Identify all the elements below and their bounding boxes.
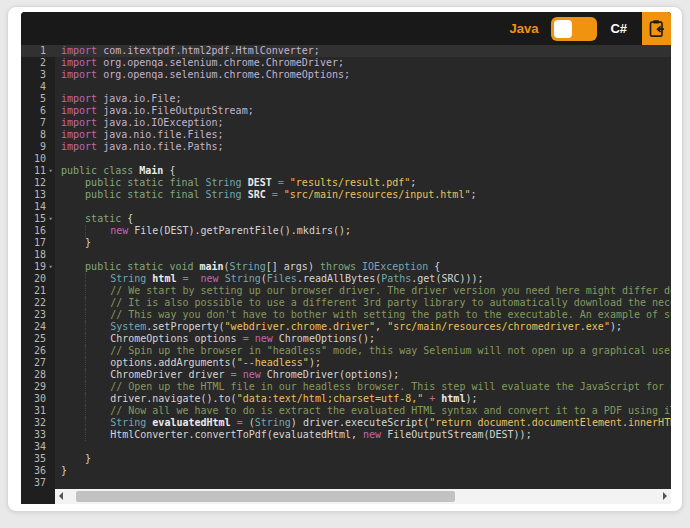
code-line: 24 System.setProperty("webdriver.chrome.…: [21, 321, 671, 333]
gutter-footer: [21, 489, 55, 504]
line-number-gutter: 8: [21, 129, 55, 141]
code-line: 6import java.io.FileOutputStream;: [21, 105, 671, 117]
code-line: 7import java.io.IOException;: [21, 117, 671, 129]
toggle-knob: [554, 20, 572, 38]
code-line: 34: [21, 441, 671, 453]
code-line: 19▾ public static void main(String[] arg…: [21, 261, 671, 273]
clipboard-copy-icon: [648, 19, 665, 38]
code-line: 21 // We start by setting up our browser…: [21, 285, 671, 297]
code-line: 20 String html = new String(Files.readAl…: [21, 273, 671, 285]
code-line: 16 new File(DEST).getParentFile().mkdirs…: [21, 225, 671, 237]
code-line: 1import com.itextpdf.html2pdf.HtmlConver…: [21, 45, 671, 57]
page: { "header": { "java_label": "Java", "csh…: [0, 0, 690, 528]
code-header-bar: Java C#: [21, 12, 671, 45]
code-line: 30 driver.navigate().to("data:text/html;…: [21, 393, 671, 405]
fold-arrow-icon[interactable]: ▾: [46, 165, 55, 177]
horizontal-scrollbar: [21, 489, 671, 504]
csharp-label[interactable]: C#: [610, 21, 627, 36]
code-line: 22 // It is also possible to use a diffe…: [21, 297, 671, 309]
line-number-gutter: 16: [21, 225, 55, 237]
line-number-gutter: 37: [21, 477, 55, 489]
line-number-gutter: 15▾: [21, 213, 55, 225]
line-number-gutter: 21: [21, 285, 55, 297]
line-number-gutter: 19▾: [21, 261, 55, 273]
code-line: 3import org.openqa.selenium.chrome.Chrom…: [21, 69, 671, 81]
line-number-gutter: 20: [21, 273, 55, 285]
line-number-gutter: 24: [21, 321, 55, 333]
line-number-gutter: 1: [21, 45, 55, 57]
language-toggle[interactable]: [551, 17, 597, 41]
scrollbar-right-arrow-icon[interactable]: [663, 492, 667, 500]
scrollbar-thumb[interactable]: [76, 491, 455, 502]
code-line: 27 options.addArguments("--headless");: [21, 357, 671, 369]
code-line: 36}: [21, 465, 671, 477]
line-number-gutter: 3: [21, 69, 55, 81]
line-number-gutter: 35: [21, 453, 55, 465]
java-label[interactable]: Java: [509, 21, 538, 36]
code-line: 10: [21, 153, 671, 165]
line-number-gutter: 36: [21, 465, 55, 477]
code-line: 37: [21, 477, 671, 489]
code-line: 18: [21, 249, 671, 261]
line-number-gutter: 31: [21, 405, 55, 417]
code-line: 25 ChromeOptions options = new ChromeOpt…: [21, 333, 671, 345]
line-number-gutter: 5: [21, 93, 55, 105]
code-line: 15▾ static {: [21, 213, 671, 225]
line-number-gutter: 27: [21, 357, 55, 369]
code-line: 13 public static final String SRC = "src…: [21, 189, 671, 201]
code-line: 17 }: [21, 237, 671, 249]
fold-arrow-icon[interactable]: ▾: [46, 261, 55, 273]
line-number-gutter: 14: [21, 201, 55, 213]
code-line: 29 // Open up the HTML file in our headl…: [21, 381, 671, 393]
code-line: 28 ChromeDriver driver = new ChromeDrive…: [21, 369, 671, 381]
line-number-gutter: 33: [21, 429, 55, 441]
line-number-gutter: 23: [21, 309, 55, 321]
line-number-gutter: 9: [21, 141, 55, 153]
code-lines[interactable]: 1import com.itextpdf.html2pdf.HtmlConver…: [21, 45, 671, 489]
line-number-gutter: 28: [21, 369, 55, 381]
line-number-gutter: 18: [21, 249, 55, 261]
line-number-gutter: 10: [21, 153, 55, 165]
code-line: 31 // Now all we have to do is extract t…: [21, 405, 671, 417]
line-number-gutter: 30: [21, 393, 55, 405]
line-number-gutter: 12: [21, 177, 55, 189]
code-line: 32 String evaluatedHtml = (String) drive…: [21, 417, 671, 429]
code-line: 23 // This way you don't have to bother …: [21, 309, 671, 321]
line-number-gutter: 4: [21, 81, 55, 93]
code-line: 35 }: [21, 453, 671, 465]
line-number-gutter: 13: [21, 189, 55, 201]
line-number-gutter: 32: [21, 417, 55, 429]
code-line: 12 public static final String DEST = "re…: [21, 177, 671, 189]
code-line: 9import java.nio.file.Paths;: [21, 141, 671, 153]
code-line: 5import java.io.File;: [21, 93, 671, 105]
fold-arrow-icon[interactable]: ▾: [46, 213, 55, 225]
line-number-gutter: 11▾: [21, 165, 55, 177]
line-number-gutter: 26: [21, 345, 55, 357]
scrollbar-left-arrow-icon[interactable]: [59, 492, 63, 500]
code-line: 8import java.nio.file.Files;: [21, 129, 671, 141]
line-number-gutter: 34: [21, 441, 55, 453]
line-number-gutter: 6: [21, 105, 55, 117]
line-number-gutter: 22: [21, 297, 55, 309]
scrollbar-track[interactable]: [55, 489, 671, 504]
code-block: Java C# 1import com.itextpdf.html2pdf.Ht…: [21, 12, 671, 489]
line-number-gutter: 25: [21, 333, 55, 345]
line-number-gutter: 2: [21, 57, 55, 69]
line-number-gutter: 17: [21, 237, 55, 249]
line-number-gutter: 7: [21, 117, 55, 129]
code-line: 2import org.openqa.selenium.chrome.Chrom…: [21, 57, 671, 69]
code-example-card: Java C# 1import com.itextpdf.html2pdf.Ht…: [7, 6, 683, 512]
code-line: 11▾public class Main {: [21, 165, 671, 177]
code-line: 33 HtmlConverter.convertToPdf(evaluatedH…: [21, 429, 671, 441]
copy-button[interactable]: [642, 12, 671, 45]
line-number-gutter: 29: [21, 381, 55, 393]
code-line: 26 // Spin up the browser in "headless" …: [21, 345, 671, 357]
code-line: 4: [21, 81, 671, 93]
code-line: 14: [21, 201, 671, 213]
